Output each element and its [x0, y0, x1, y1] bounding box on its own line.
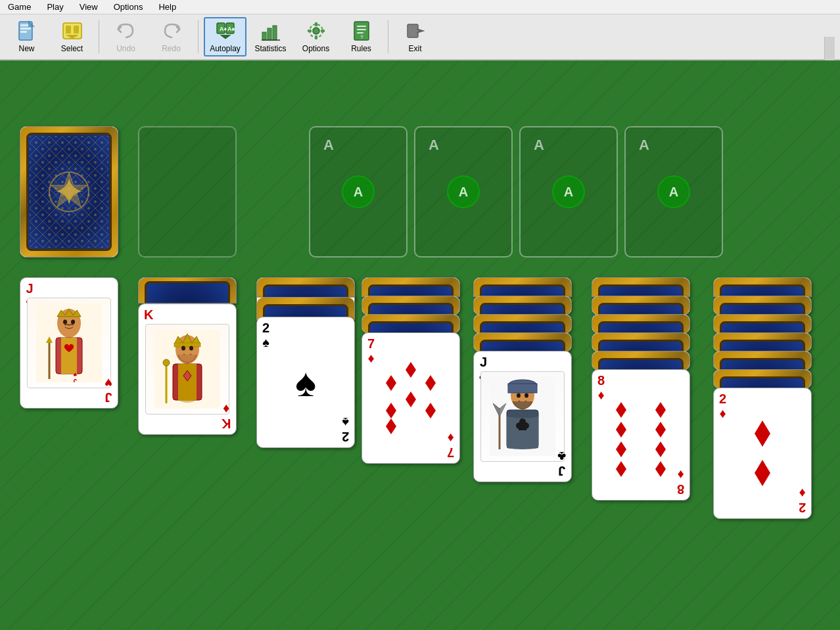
rules-label: Rules — [351, 44, 371, 53]
select-icon — [62, 20, 83, 41]
card-back-col7-3[interactable] — [713, 314, 812, 334]
foundation-2-label: A — [429, 137, 439, 154]
statistics-label: Statistics — [254, 44, 286, 53]
game-area: A A A A A A A A J ♥ — [0, 60, 840, 630]
card-back-col5-3[interactable] — [473, 314, 572, 334]
foundation-4-ace: A — [657, 175, 690, 208]
statistics-icon — [260, 20, 281, 41]
foundation-4-label: A — [639, 137, 649, 154]
autoplay-button[interactable]: A♦ A♠ Autoplay — [204, 17, 246, 56]
svg-point-54 — [163, 359, 170, 366]
foundation-3-label: A — [534, 137, 544, 154]
foundation-1-ace: A — [342, 175, 375, 208]
card-jack-hearts[interactable]: J ♥ — [20, 277, 118, 409]
card-back-col7-4[interactable] — [713, 332, 812, 352]
svg-text:A♦: A♦ — [220, 26, 227, 32]
menu-bar: Game Play View Options Help — [0, 0, 840, 14]
svg-text:A♠: A♠ — [227, 26, 235, 32]
svg-rect-6 — [66, 26, 71, 34]
card-back-col4-2[interactable] — [362, 296, 460, 315]
svg-rect-12 — [262, 32, 266, 40]
svg-point-16 — [313, 28, 319, 34]
statistics-button[interactable]: Statistics — [249, 17, 292, 56]
undo-icon — [116, 20, 137, 41]
card-back-col4-3[interactable] — [362, 314, 460, 334]
svg-rect-58 — [508, 384, 537, 393]
stock-pile[interactable] — [20, 126, 118, 258]
redo-button[interactable]: Redo — [150, 17, 193, 56]
foundation-1[interactable]: A A — [309, 126, 408, 258]
select-label: Select — [61, 44, 83, 53]
card-back-col7-5[interactable] — [713, 351, 812, 371]
svg-point-59 — [517, 394, 521, 398]
options-label: Options — [302, 44, 329, 53]
card-back-col6-2[interactable] — [592, 296, 690, 315]
exit-icon — [405, 20, 426, 41]
card-back-col5-2[interactable] — [473, 296, 572, 315]
svg-text:?: ? — [360, 34, 363, 40]
svg-rect-19 — [315, 35, 317, 39]
svg-rect-2 — [20, 28, 31, 30]
card-back-col4-1[interactable] — [362, 277, 460, 297]
card-back-col7-1[interactable] — [713, 277, 812, 297]
redo-label: Redo — [162, 44, 181, 53]
card-back-col2-1[interactable] — [138, 277, 237, 304]
undo-button[interactable]: Undo — [105, 17, 147, 56]
card-back-col7-6[interactable] — [713, 369, 812, 389]
foundation-4[interactable]: A A — [624, 126, 723, 258]
menu-options[interactable]: Options — [111, 1, 146, 13]
card-back-col5-1[interactable] — [473, 277, 572, 297]
waste-pile[interactable] — [138, 126, 237, 258]
svg-rect-18 — [315, 22, 317, 26]
svg-rect-41 — [61, 338, 77, 374]
rules-icon: ? — [351, 20, 372, 41]
select-button[interactable]: Select — [51, 17, 93, 56]
svg-rect-13 — [268, 28, 271, 40]
foundation-1-label: A — [323, 137, 334, 154]
svg-rect-67 — [519, 428, 526, 430]
undo-label: Undo — [116, 44, 135, 53]
toolbar: New Select Undo — [0, 14, 840, 60]
card-7-diamonds[interactable]: 7 ♦ 7 ♦ — [362, 332, 460, 464]
menu-help[interactable]: Help — [156, 1, 179, 13]
new-label: New — [18, 44, 34, 53]
card-2-spades[interactable]: 2 ♠ ♠ 2 ♠ — [256, 317, 355, 448]
card-back-col6-5[interactable] — [592, 351, 690, 371]
svg-point-39 — [71, 320, 75, 325]
menu-view[interactable]: View — [77, 1, 101, 13]
card-back-col6-4[interactable] — [592, 332, 690, 352]
autoplay-label: Autoplay — [210, 44, 241, 53]
card-back-col7-2[interactable] — [713, 296, 812, 315]
svg-rect-7 — [74, 26, 79, 34]
card-back-col5-4[interactable] — [473, 332, 572, 352]
rules-button[interactable]: ? Rules — [340, 17, 383, 56]
svg-rect-14 — [273, 26, 277, 40]
svg-rect-34 — [30, 136, 108, 248]
redo-icon — [161, 20, 182, 41]
foundation-3-ace: A — [552, 175, 585, 208]
exit-label: Exit — [408, 44, 421, 53]
svg-rect-21 — [321, 30, 325, 32]
card-jack-clubs[interactable]: J ♣ — [473, 351, 572, 482]
toolbar-sep-3 — [388, 20, 388, 53]
card-back-col6-3[interactable] — [592, 314, 690, 334]
menu-play[interactable]: Play — [44, 1, 66, 13]
svg-text:♥: ♥ — [73, 371, 77, 378]
card-back-col6-1[interactable] — [592, 277, 690, 297]
card-2-diamonds[interactable]: 2 ♦ 2 ♦ — [713, 388, 812, 519]
exit-button[interactable]: Exit — [394, 17, 436, 56]
svg-point-35 — [49, 172, 89, 212]
options-button[interactable]: Options — [294, 17, 337, 56]
svg-rect-25 — [357, 32, 363, 34]
foundation-2-ace: A — [447, 175, 480, 208]
foundation-2[interactable]: A A — [414, 126, 513, 258]
svg-rect-27 — [408, 24, 418, 37]
new-button[interactable]: New — [5, 17, 48, 56]
new-icon — [16, 20, 37, 41]
foundation-3[interactable]: A A — [519, 126, 618, 258]
svg-point-38 — [63, 320, 67, 325]
menu-game[interactable]: Game — [5, 1, 34, 13]
options-icon — [306, 20, 327, 41]
card-8-diamonds[interactable]: 8 ♦ 8 ♦ — [592, 369, 690, 501]
card-king-diamonds[interactable]: K ♦ — [138, 304, 237, 435]
